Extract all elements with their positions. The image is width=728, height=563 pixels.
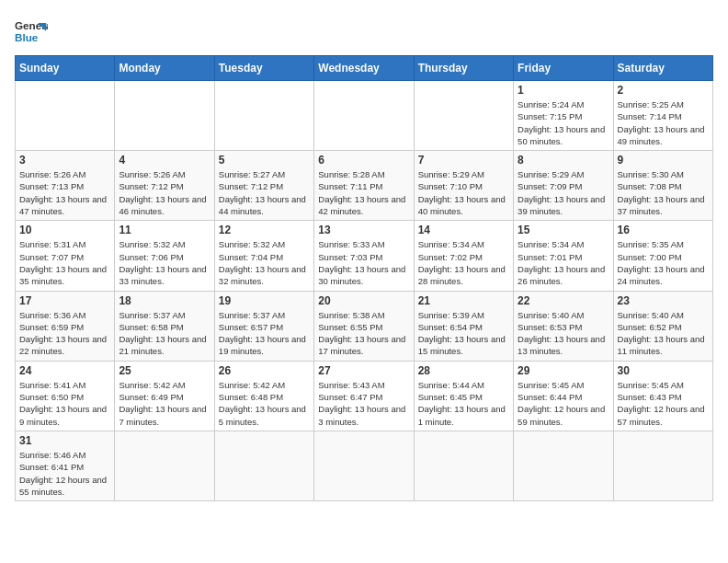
weekday-header: Friday xyxy=(514,56,613,81)
day-number: 29 xyxy=(518,364,609,377)
day-number: 2 xyxy=(618,84,709,97)
calendar-cell: 1Sunrise: 5:24 AM Sunset: 7:15 PM Daylig… xyxy=(514,81,613,151)
calendar-cell: 11Sunrise: 5:32 AM Sunset: 7:06 PM Dayli… xyxy=(115,221,214,291)
day-info: Sunrise: 5:27 AM Sunset: 7:12 PM Dayligh… xyxy=(219,168,310,217)
day-info: Sunrise: 5:31 AM Sunset: 7:07 PM Dayligh… xyxy=(19,238,110,287)
calendar-week-row: 24Sunrise: 5:41 AM Sunset: 6:50 PM Dayli… xyxy=(16,361,713,431)
calendar-cell xyxy=(314,431,414,500)
day-info: Sunrise: 5:36 AM Sunset: 6:59 PM Dayligh… xyxy=(19,309,110,358)
day-info: Sunrise: 5:29 AM Sunset: 7:10 PM Dayligh… xyxy=(418,168,509,217)
day-number: 16 xyxy=(618,224,709,236)
day-number: 12 xyxy=(219,224,310,236)
calendar-cell xyxy=(314,81,414,151)
weekday-header: Thursday xyxy=(414,56,513,81)
calendar-cell xyxy=(115,431,214,500)
calendar-cell: 17Sunrise: 5:36 AM Sunset: 6:59 PM Dayli… xyxy=(16,291,115,361)
calendar-cell: 18Sunrise: 5:37 AM Sunset: 6:58 PM Dayli… xyxy=(115,291,214,361)
day-number: 15 xyxy=(518,224,609,236)
calendar-cell: 24Sunrise: 5:41 AM Sunset: 6:50 PM Dayli… xyxy=(16,361,115,431)
day-number: 11 xyxy=(119,224,210,236)
calendar-week-row: 17Sunrise: 5:36 AM Sunset: 6:59 PM Dayli… xyxy=(16,291,713,361)
day-info: Sunrise: 5:42 AM Sunset: 6:49 PM Dayligh… xyxy=(119,379,210,428)
calendar-cell: 5Sunrise: 5:27 AM Sunset: 7:12 PM Daylig… xyxy=(214,151,313,221)
day-info: Sunrise: 5:45 AM Sunset: 6:44 PM Dayligh… xyxy=(518,379,609,428)
calendar-cell: 10Sunrise: 5:31 AM Sunset: 7:07 PM Dayli… xyxy=(16,221,115,291)
day-number: 10 xyxy=(19,224,110,236)
day-info: Sunrise: 5:46 AM Sunset: 6:41 PM Dayligh… xyxy=(19,449,110,498)
calendar-cell: 25Sunrise: 5:42 AM Sunset: 6:49 PM Dayli… xyxy=(115,361,214,431)
day-number: 1 xyxy=(518,84,609,97)
day-info: Sunrise: 5:28 AM Sunset: 7:11 PM Dayligh… xyxy=(318,168,409,217)
weekday-header: Tuesday xyxy=(214,56,313,81)
day-info: Sunrise: 5:38 AM Sunset: 6:55 PM Dayligh… xyxy=(318,309,409,358)
day-number: 5 xyxy=(219,154,310,167)
day-info: Sunrise: 5:26 AM Sunset: 7:13 PM Dayligh… xyxy=(19,168,110,217)
calendar-cell: 14Sunrise: 5:34 AM Sunset: 7:02 PM Dayli… xyxy=(414,221,513,291)
calendar-cell xyxy=(115,81,214,151)
day-number: 23 xyxy=(618,294,709,307)
day-info: Sunrise: 5:29 AM Sunset: 7:09 PM Dayligh… xyxy=(518,168,609,217)
calendar-table: SundayMondayTuesdayWednesdayThursdayFrid… xyxy=(15,55,713,501)
calendar-week-row: 10Sunrise: 5:31 AM Sunset: 7:07 PM Dayli… xyxy=(16,221,713,291)
calendar-cell: 15Sunrise: 5:34 AM Sunset: 7:01 PM Dayli… xyxy=(514,221,613,291)
day-info: Sunrise: 5:37 AM Sunset: 6:58 PM Dayligh… xyxy=(119,309,210,358)
day-info: Sunrise: 5:43 AM Sunset: 6:47 PM Dayligh… xyxy=(318,379,409,428)
day-info: Sunrise: 5:25 AM Sunset: 7:14 PM Dayligh… xyxy=(618,98,709,147)
day-number: 9 xyxy=(618,154,709,167)
day-number: 17 xyxy=(19,294,110,307)
day-number: 26 xyxy=(219,364,310,377)
day-number: 8 xyxy=(518,154,609,167)
calendar-cell: 2Sunrise: 5:25 AM Sunset: 7:14 PM Daylig… xyxy=(613,81,712,151)
day-number: 22 xyxy=(518,294,609,307)
calendar-cell: 21Sunrise: 5:39 AM Sunset: 6:54 PM Dayli… xyxy=(414,291,513,361)
calendar-cell: 16Sunrise: 5:35 AM Sunset: 7:00 PM Dayli… xyxy=(613,221,712,291)
day-info: Sunrise: 5:32 AM Sunset: 7:04 PM Dayligh… xyxy=(219,238,310,287)
calendar-cell xyxy=(514,431,613,500)
calendar-cell: 13Sunrise: 5:33 AM Sunset: 7:03 PM Dayli… xyxy=(314,221,414,291)
day-number: 27 xyxy=(318,364,409,377)
calendar-cell: 4Sunrise: 5:26 AM Sunset: 7:12 PM Daylig… xyxy=(115,151,214,221)
day-number: 13 xyxy=(318,224,409,236)
weekday-header: Saturday xyxy=(613,56,712,81)
weekday-header: Monday xyxy=(115,56,214,81)
day-number: 4 xyxy=(119,154,210,167)
day-number: 30 xyxy=(618,364,709,377)
day-info: Sunrise: 5:35 AM Sunset: 7:00 PM Dayligh… xyxy=(618,238,709,287)
weekday-header: Sunday xyxy=(16,56,115,81)
day-number: 19 xyxy=(219,294,310,307)
calendar-week-row: 1Sunrise: 5:24 AM Sunset: 7:15 PM Daylig… xyxy=(16,81,713,151)
calendar-cell: 20Sunrise: 5:38 AM Sunset: 6:55 PM Dayli… xyxy=(314,291,414,361)
calendar-cell xyxy=(214,431,313,500)
day-number: 3 xyxy=(19,154,110,167)
day-info: Sunrise: 5:40 AM Sunset: 6:52 PM Dayligh… xyxy=(618,309,709,358)
calendar-cell: 27Sunrise: 5:43 AM Sunset: 6:47 PM Dayli… xyxy=(314,361,414,431)
page-header: General Blue xyxy=(15,15,713,48)
day-number: 21 xyxy=(418,294,509,307)
day-info: Sunrise: 5:26 AM Sunset: 7:12 PM Dayligh… xyxy=(119,168,210,217)
calendar-cell: 3Sunrise: 5:26 AM Sunset: 7:13 PM Daylig… xyxy=(16,151,115,221)
day-info: Sunrise: 5:39 AM Sunset: 6:54 PM Dayligh… xyxy=(418,309,509,358)
calendar-cell: 29Sunrise: 5:45 AM Sunset: 6:44 PM Dayli… xyxy=(514,361,613,431)
day-info: Sunrise: 5:24 AM Sunset: 7:15 PM Dayligh… xyxy=(518,98,609,147)
weekday-header: Wednesday xyxy=(314,56,414,81)
calendar-cell: 12Sunrise: 5:32 AM Sunset: 7:04 PM Dayli… xyxy=(214,221,313,291)
day-number: 31 xyxy=(19,434,110,447)
calendar-cell: 26Sunrise: 5:42 AM Sunset: 6:48 PM Dayli… xyxy=(214,361,313,431)
calendar-cell xyxy=(414,81,513,151)
day-number: 20 xyxy=(318,294,409,307)
day-info: Sunrise: 5:44 AM Sunset: 6:45 PM Dayligh… xyxy=(418,379,509,428)
day-info: Sunrise: 5:30 AM Sunset: 7:08 PM Dayligh… xyxy=(618,168,709,217)
calendar-cell: 23Sunrise: 5:40 AM Sunset: 6:52 PM Dayli… xyxy=(613,291,712,361)
calendar-header-row: SundayMondayTuesdayWednesdayThursdayFrid… xyxy=(16,56,713,81)
day-number: 24 xyxy=(19,364,110,377)
day-number: 14 xyxy=(418,224,509,236)
calendar-cell xyxy=(613,431,712,500)
day-number: 28 xyxy=(418,364,509,377)
calendar-cell: 7Sunrise: 5:29 AM Sunset: 7:10 PM Daylig… xyxy=(414,151,513,221)
day-number: 6 xyxy=(318,154,409,167)
day-info: Sunrise: 5:42 AM Sunset: 6:48 PM Dayligh… xyxy=(219,379,310,428)
day-info: Sunrise: 5:32 AM Sunset: 7:06 PM Dayligh… xyxy=(119,238,210,287)
day-info: Sunrise: 5:34 AM Sunset: 7:02 PM Dayligh… xyxy=(418,238,509,287)
calendar-cell xyxy=(214,81,313,151)
calendar-cell: 22Sunrise: 5:40 AM Sunset: 6:53 PM Dayli… xyxy=(514,291,613,361)
